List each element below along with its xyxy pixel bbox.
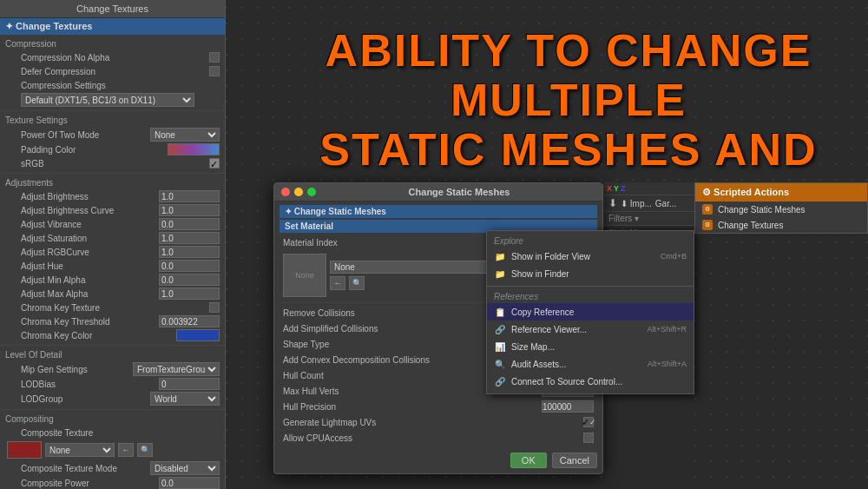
- padding-color-row: Padding Color: [0, 142, 225, 156]
- chroma-key-color-label: Chroma Key Color: [21, 331, 176, 340]
- vibrance-input[interactable]: [159, 218, 220, 230]
- copy-icon: 📋: [494, 306, 506, 318]
- srgb-checkbox[interactable]: ✓: [209, 158, 220, 169]
- ctx-copy-reference[interactable]: 📋 Copy Reference: [487, 303, 694, 320]
- composite-power-row: Composite Power: [0, 476, 225, 489]
- import-area: ⬇ ⬇ Imp... Gar...: [603, 195, 694, 212]
- allow-cpu-label: Allow CPUAccess: [283, 433, 583, 443]
- brightness-curve-row: Adjust Brightness Curve: [0, 203, 225, 217]
- references-section: References 📋 Copy Reference 🔗 Reference …: [487, 287, 694, 393]
- brightness-label: Adjust Brightness: [21, 192, 159, 202]
- ctx-reference-viewer-text: Reference Viewer...: [511, 325, 641, 334]
- lod-label: Level Of Detail: [0, 348, 225, 361]
- saturation-input[interactable]: [159, 232, 220, 244]
- folder-icon-1: 📁: [494, 250, 506, 262]
- chroma-key-texture-row: Chroma Key Texture: [0, 301, 225, 314]
- panel-title: Change Textures: [76, 3, 148, 14]
- rgbcurve-row: Adjust RGBCurve: [0, 245, 225, 259]
- lod-bias-row: LODBias: [0, 377, 225, 391]
- power-of-two-label: Power Of Two Mode: [21, 130, 150, 140]
- generate-lightmap-checkbox[interactable]: ✓: [583, 417, 594, 427]
- srgb-row: sRGB ✓: [0, 156, 225, 170]
- allow-cpu-checkbox[interactable]: [583, 433, 594, 443]
- change-textures-panel: Change Textures ✦ Change Textures Compre…: [0, 0, 226, 489]
- scripted-item-textures[interactable]: ⚙ Change Textures: [695, 217, 867, 233]
- y-axis: Y: [614, 184, 619, 193]
- import-icon: ⬇: [608, 197, 617, 209]
- max-alpha-row: Adjust Max Alpha: [0, 287, 225, 301]
- ctx-show-folder-text: Show in Folder View: [511, 252, 655, 261]
- ctx-source-control[interactable]: 🔗 Connect To Source Control...: [487, 373, 694, 390]
- compression-settings-select[interactable]: Default (DXT1/5, BC1/3 on DX11): [21, 93, 194, 107]
- padding-color-swatch[interactable]: [168, 143, 220, 155]
- power-of-two-row: Power Of Two Mode None: [0, 127, 225, 142]
- composite-power-label: Composite Power: [21, 479, 159, 488]
- compression-no-alpha-checkbox[interactable]: [209, 52, 220, 63]
- lod-group-select[interactable]: World: [150, 392, 220, 406]
- adjustments-label: Adjustments: [0, 176, 225, 189]
- max-alpha-input[interactable]: [159, 287, 220, 300]
- sm-ok-button[interactable]: OK: [510, 453, 547, 468]
- maximize-dot[interactable]: [307, 188, 316, 196]
- hull-precision-row: Hull Precision: [279, 399, 597, 414]
- texture-thumbnail: None: [283, 254, 326, 297]
- ctx-show-folder[interactable]: 📁 Show in Folder View Cmd+B: [487, 248, 694, 265]
- padding-color-label: Padding Color: [21, 145, 168, 155]
- ctx-show-finder[interactable]: 📁 Show in Finder: [487, 265, 694, 282]
- ctx-size-map[interactable]: 📊 Size Map...: [487, 338, 694, 355]
- close-dot[interactable]: [281, 188, 290, 196]
- min-alpha-input[interactable]: [159, 274, 220, 286]
- composite-texture-select[interactable]: None: [45, 443, 115, 457]
- mip-gen-label: Mip Gen Settings: [21, 365, 133, 374]
- compression-label: Compression: [0, 37, 225, 50]
- link-icon: 🔗: [494, 323, 506, 335]
- composite-texture-label: Composite Texture: [21, 428, 220, 438]
- texture-settings-label: Texture Settings: [0, 114, 225, 127]
- chroma-key-color-swatch[interactable]: [176, 329, 220, 341]
- power-of-two-select[interactable]: None: [150, 128, 220, 142]
- brightness-curve-input[interactable]: [159, 204, 220, 216]
- defer-compression-label: Defer Compression: [21, 67, 206, 76]
- filter-label[interactable]: Filters ▾: [608, 214, 639, 223]
- sm-cancel-button[interactable]: Cancel: [552, 453, 597, 468]
- chroma-key-texture-checkbox[interactable]: [209, 302, 220, 313]
- ctx-size-map-text: Size Map...: [511, 342, 687, 352]
- lod-group-row: LODGroup World: [0, 391, 225, 406]
- sm-footer: OK Cancel: [274, 449, 602, 473]
- ctx-show-folder-shortcut: Cmd+B: [661, 252, 687, 261]
- ctx-audit-assets[interactable]: 🔍 Audit Assets... Alt+Shift+A: [487, 355, 694, 373]
- composite-search-btn[interactable]: 🔍: [137, 443, 153, 457]
- minimize-dot[interactable]: [294, 188, 303, 196]
- composite-arrow-btn[interactable]: ←: [118, 443, 134, 457]
- composite-color-thumb[interactable]: [7, 441, 42, 459]
- static-mesh-titlebar: Change Static Meshes: [274, 183, 602, 202]
- lod-bias-input[interactable]: [159, 378, 220, 390]
- mip-gen-select[interactable]: FromTextureGroup: [133, 362, 220, 376]
- rgbcurve-input[interactable]: [159, 246, 220, 258]
- ctx-show-finder-text: Show in Finder: [511, 269, 687, 279]
- texture-search-btn[interactable]: 🔍: [349, 276, 365, 290]
- vibrance-label: Adjust Vibrance: [21, 220, 159, 229]
- brightness-input[interactable]: [159, 190, 220, 202]
- saturation-label: Adjust Saturation: [21, 234, 159, 243]
- composite-power-input[interactable]: [159, 477, 220, 489]
- hull-precision-input[interactable]: [542, 400, 594, 413]
- srgb-label: sRGB: [21, 159, 206, 169]
- defer-compression-checkbox[interactable]: [209, 66, 220, 76]
- chroma-key-threshold-input[interactable]: [159, 315, 220, 327]
- generate-lightmap-label: Generate Lightmap UVs: [283, 418, 583, 427]
- texture-arrow-btn[interactable]: ←: [330, 276, 345, 290]
- ctx-reference-viewer-shortcut: Alt+Shift+R: [647, 325, 687, 334]
- scripted-icon-2: ⚙: [702, 220, 713, 230]
- scripted-item-static-meshes[interactable]: ⚙ Change Static Meshes: [695, 202, 867, 217]
- scripted-icon-1: ⚙: [702, 204, 713, 215]
- static-mesh-title: Change Static Meshes: [323, 187, 595, 197]
- z-axis: Z: [621, 184, 626, 193]
- max-alpha-label: Adjust Max Alpha: [21, 289, 159, 299]
- size-map-icon: 📊: [494, 340, 506, 353]
- hue-input[interactable]: [159, 260, 220, 272]
- brightness-curve-label: Adjust Brightness Curve: [21, 206, 159, 215]
- ctx-reference-viewer[interactable]: 🔗 Reference Viewer... Alt+Shift+R: [487, 320, 694, 338]
- composite-mode-select[interactable]: Disabled: [150, 461, 220, 475]
- compression-settings-label: Compression Settings: [21, 81, 220, 90]
